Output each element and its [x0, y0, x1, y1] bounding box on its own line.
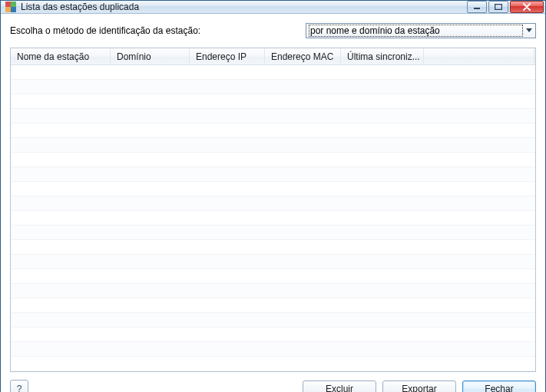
window-controls	[467, 1, 544, 13]
table-row[interactable]	[11, 240, 535, 255]
table-row[interactable]	[11, 313, 535, 328]
close-dialog-button-label: Fechar	[485, 384, 513, 392]
method-row: Escolha o método de identificação da est…	[10, 23, 536, 38]
export-button[interactable]: Exportar	[382, 380, 456, 392]
titlebar[interactable]: Lista das estações duplicada	[1, 1, 545, 14]
column-header[interactable]: Endereço IP	[190, 48, 265, 64]
table-row[interactable]	[11, 284, 535, 298]
table-row[interactable]	[11, 94, 535, 109]
window: Lista das estações duplicada Escolha o m…	[0, 0, 546, 392]
table-header[interactable]: Nome da estaçãoDomínioEndereço IPEndereç…	[11, 48, 535, 65]
footer: ? Excluir Exportar Fechar	[10, 380, 536, 392]
stations-table[interactable]: Nome da estaçãoDomínioEndereço IPEndereç…	[10, 48, 536, 372]
table-row[interactable]	[11, 211, 535, 226]
table-row[interactable]	[11, 182, 535, 196]
column-header[interactable]: Última sincroniz...	[341, 48, 424, 64]
delete-button[interactable]: Excluir	[303, 380, 376, 392]
table-row[interactable]	[11, 196, 535, 211]
close-dialog-button[interactable]: Fechar	[462, 380, 536, 392]
svg-rect-0	[474, 8, 480, 9]
window-title: Lista das estações duplicada	[21, 2, 467, 12]
table-row[interactable]	[11, 109, 535, 124]
table-row[interactable]	[11, 328, 535, 342]
minimize-button[interactable]	[467, 1, 487, 13]
column-header[interactable]: Nome da estação	[11, 48, 111, 64]
column-header[interactable]	[424, 48, 534, 64]
table-row[interactable]	[11, 124, 535, 138]
table-row[interactable]	[11, 153, 535, 167]
table-body[interactable]	[11, 65, 535, 371]
chevron-down-icon	[523, 24, 535, 38]
help-button[interactable]: ?	[10, 380, 28, 392]
app-icon	[5, 2, 16, 12]
export-button-label: Exportar	[402, 384, 436, 392]
close-button[interactable]	[510, 1, 544, 13]
table-row[interactable]	[11, 298, 535, 313]
method-label: Escolha o método de identificação da est…	[10, 25, 200, 36]
table-row[interactable]	[11, 255, 535, 269]
table-row[interactable]	[11, 167, 535, 182]
column-header[interactable]: Endereço MAC	[265, 48, 341, 64]
table-row[interactable]	[11, 80, 535, 94]
help-icon: ?	[17, 384, 22, 392]
table-row[interactable]	[11, 342, 535, 357]
table-row[interactable]	[11, 357, 535, 371]
svg-rect-1	[495, 5, 502, 10]
table-row[interactable]	[11, 65, 535, 80]
maximize-button[interactable]	[488, 1, 508, 13]
table-row[interactable]	[11, 226, 535, 240]
table-row[interactable]	[11, 138, 535, 153]
column-header[interactable]: Domínio	[111, 48, 190, 64]
method-combo[interactable]: por nome e domínio da estação	[306, 23, 536, 38]
table-row[interactable]	[11, 269, 535, 284]
client-area: Escolha o método de identificação da est…	[1, 14, 545, 392]
button-group: Excluir Exportar Fechar	[303, 380, 536, 392]
delete-button-label: Excluir	[326, 384, 353, 392]
method-combo-value: por nome e domínio da estação	[309, 25, 523, 37]
